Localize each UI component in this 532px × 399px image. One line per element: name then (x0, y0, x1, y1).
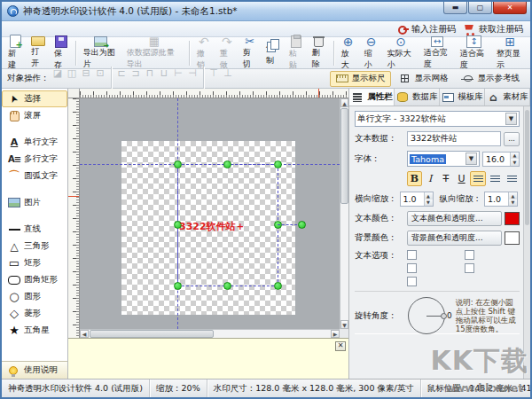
rtl-checkbox[interactable] (465, 250, 520, 260)
spin-down-icon[interactable]: ▼ (509, 200, 517, 207)
vertical-checkbox[interactable] (407, 263, 463, 273)
bg-color-swatch[interactable] (505, 231, 520, 245)
bold-button[interactable]: B (407, 171, 422, 186)
scroll-up-arrow[interactable]: ▲ (340, 98, 348, 107)
object-selector-dropdown[interactable]: 单行文字 - 3322软件站 ▼ (355, 111, 520, 127)
enter-regcode-button[interactable]: 输入注册码 (398, 23, 456, 35)
selection-handle[interactable] (223, 282, 231, 290)
menu-item[interactable] (73, 23, 87, 35)
align-center-button[interactable] (487, 171, 503, 186)
same-height-icon[interactable]: ⊥ (222, 66, 235, 80)
scroll-down-arrow[interactable]: ▼ (340, 320, 348, 329)
instructions-close-button[interactable]: ✕ (335, 341, 346, 351)
menu-item[interactable] (44, 23, 59, 35)
batch-export-button[interactable]: 依数据源批量导出 (122, 38, 186, 67)
vscale-spinner[interactable]: 1.0 ▲▼ (484, 192, 518, 207)
menu-item[interactable] (16, 23, 30, 35)
align-left-button[interactable] (470, 171, 486, 186)
even-distribute-checkbox[interactable] (407, 277, 463, 286)
spin-down-icon[interactable]: ▼ (511, 159, 519, 166)
usage-help-button[interactable]: 使用说明 (2, 361, 67, 379)
text-data-more-button[interactable]: ... (504, 132, 520, 146)
align-bottom-icon[interactable]: ⊣ (186, 66, 200, 80)
spin-up-icon[interactable]: ▲ (425, 192, 433, 200)
hollow-text-checkbox[interactable] (407, 250, 463, 260)
actual-size-button[interactable]: 实际大小 (383, 38, 419, 67)
same-width-icon[interactable]: ⊤ (207, 66, 221, 80)
get-regcode-button[interactable]: 获取注册码 (465, 23, 523, 35)
rotation-handle[interactable] (298, 221, 306, 229)
delete-button[interactable]: 删除 (308, 38, 331, 67)
save-button[interactable]: 保存 (50, 38, 73, 67)
horizontal-scrollbar[interactable]: ◀ ▶ (80, 329, 340, 338)
minimize-button[interactable]: ▬ (443, 2, 467, 14)
selection-handle[interactable] (274, 282, 282, 290)
tool-diamond[interactable]: 菱形 (2, 305, 67, 322)
tool-star[interactable]: 五角星 (2, 322, 67, 339)
menu-item[interactable] (59, 23, 73, 35)
show-ruler-toggle[interactable]: 显示标尺 (330, 71, 391, 87)
text-data-field[interactable]: 3322软件站 (407, 131, 501, 146)
send-backward-icon[interactable]: ⊟ (80, 66, 93, 80)
underline-button[interactable]: U (454, 171, 469, 186)
zoom-out-button[interactable]: 缩小 (360, 38, 383, 67)
show-grid-toggle[interactable]: 显示网格 (393, 71, 454, 87)
tool-single-text[interactable]: 单行文字 (2, 134, 67, 151)
italic-button[interactable]: I (423, 171, 438, 186)
tool-arc-text[interactable]: 圆弧文字 (2, 168, 67, 184)
close-button[interactable]: ✕ (493, 2, 527, 14)
selection-handle[interactable] (174, 160, 182, 168)
tool-image[interactable]: 图片 (2, 194, 67, 211)
text-color-button[interactable]: 文本颜色和透明度... (407, 211, 502, 226)
vertical-scrollbar[interactable]: ▲ ▼ (340, 98, 348, 329)
align-middle-icon[interactable]: ⊢ (172, 66, 185, 80)
zoom-in-button[interactable]: 放大 (337, 38, 360, 67)
tool-select[interactable]: 选择 (2, 90, 67, 107)
rotation-dial[interactable] (408, 297, 445, 334)
fit-width-button[interactable]: 适合宽度 (419, 38, 456, 67)
selection-handle[interactable] (174, 282, 182, 290)
cut-button[interactable]: 剪切 (239, 38, 262, 67)
tab-templates[interactable]: 模板库 (440, 89, 485, 106)
font-size-spinner[interactable]: 16.0 ▲▼ (482, 152, 520, 167)
spin-up-icon[interactable]: ▲ (511, 153, 519, 160)
rotation-knob[interactable] (441, 313, 447, 319)
bg-color-button[interactable]: 背景颜色和透明度... (407, 231, 502, 246)
auto-shrink-checkbox[interactable] (465, 263, 520, 273)
export-image-button[interactable]: 导出为图片 (79, 38, 122, 67)
paste-button[interactable]: 粘贴 (285, 38, 308, 67)
watermark-text-object[interactable]: 3322软件站+ (179, 220, 244, 233)
selection-handle[interactable] (223, 160, 231, 168)
scroll-left-arrow[interactable]: ◀ (80, 330, 89, 338)
redo-button[interactable]: 重做 (215, 38, 239, 67)
maximize-button[interactable]: ▢ (468, 2, 492, 14)
align-right-objects-icon[interactable]: ⊓ (144, 66, 157, 80)
horizontal-scroll-thumb[interactable] (90, 330, 214, 338)
selection-handle[interactable] (274, 160, 282, 168)
spin-up-icon[interactable]: ▲ (509, 192, 517, 200)
strike-button[interactable]: T (439, 171, 454, 186)
copy-button[interactable]: 复制 (262, 38, 285, 67)
tool-pan[interactable]: 滚屏 (2, 107, 67, 124)
menu-item[interactable] (2, 23, 16, 35)
hscale-spinner[interactable]: 1.0 ▲▼ (400, 192, 434, 207)
align-left-objects-icon[interactable]: ⊏ (115, 66, 129, 80)
open-button[interactable]: 打开 (27, 38, 50, 67)
align-right-button[interactable] (504, 171, 520, 186)
bring-front-icon[interactable]: ◪ (51, 66, 65, 80)
vertical-scroll-thumb[interactable] (340, 108, 348, 204)
panel-scrollbar[interactable] (523, 106, 530, 379)
spin-down-icon[interactable]: ▼ (425, 200, 433, 207)
align-center-h-icon[interactable]: ⊐ (129, 66, 143, 80)
tool-rounded-rect[interactable]: 圆角矩形 (2, 271, 67, 288)
text-color-swatch[interactable] (505, 212, 520, 225)
scroll-right-arrow[interactable]: ▶ (331, 330, 340, 338)
fit-height-button[interactable]: 适合高度 (456, 38, 492, 67)
tab-materials[interactable]: 素材库 (485, 89, 530, 106)
menu-item[interactable] (30, 23, 44, 35)
tool-rect[interactable]: 矩形 (2, 254, 67, 271)
tool-circle[interactable]: 圆形 (2, 288, 67, 305)
tool-multi-text[interactable]: 多行文字 (2, 151, 67, 168)
panel-scroll-thumb[interactable] (525, 110, 529, 225)
align-top-icon[interactable]: ⊔ (158, 66, 171, 80)
